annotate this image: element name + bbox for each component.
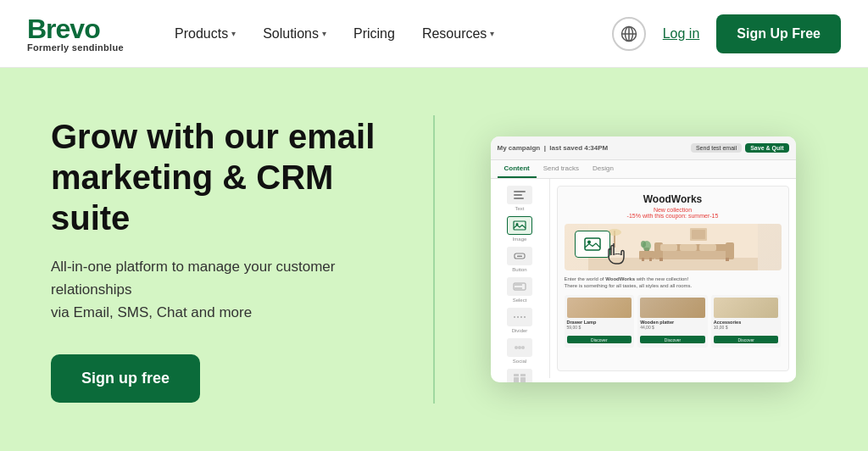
nav-pricing[interactable]: Pricing <box>342 19 407 48</box>
mockup-save-quit-btn[interactable]: Save & Quit <box>745 143 788 153</box>
button-icon-box <box>507 247 532 265</box>
button-icon-label: Button <box>512 267 526 272</box>
svg-rect-5 <box>514 194 522 196</box>
email-tagline: New collection -15% with this coupon: su… <box>565 207 782 219</box>
globe-icon <box>620 25 637 42</box>
tab-design[interactable]: Design <box>586 160 620 178</box>
svg-point-17 <box>521 346 525 349</box>
tab-content[interactable]: Content <box>498 160 537 178</box>
svg-rect-10 <box>517 256 522 258</box>
signup-button[interactable]: Sign Up Free <box>716 14 841 53</box>
svg-rect-34 <box>642 258 644 261</box>
email-brand-name: WoodWorks <box>565 193 782 205</box>
mockup-topbar-actions: Send test email Save & Quit <box>691 143 789 153</box>
divider-icon-label: Divider <box>512 328 528 333</box>
svg-rect-13 <box>515 287 522 289</box>
nav-solutions[interactable]: Solutions ▾ <box>251 19 338 48</box>
product-grid: Drawer Lamp 59,00 $ Discover Wooden plat… <box>565 295 782 348</box>
svg-point-16 <box>518 346 521 349</box>
email-hero-image <box>565 224 782 270</box>
sidebar-item-image[interactable]: Image <box>494 216 546 242</box>
chevron-down-icon: ▾ <box>231 29 236 38</box>
svg-rect-42 <box>692 230 705 239</box>
hero-divider <box>433 115 435 404</box>
svg-rect-18 <box>514 377 519 382</box>
product-price-3: 10,00 $ <box>714 325 779 330</box>
product-btn-1[interactable]: Discover <box>567 336 632 343</box>
mockup-send-test-btn[interactable]: Send test email <box>691 143 742 153</box>
svg-rect-12 <box>515 284 522 286</box>
hero-section: Grow with our emailmarketing & CRM suite… <box>0 68 868 451</box>
chevron-down-icon: ▾ <box>490 29 494 38</box>
login-link[interactable]: Log in <box>659 19 704 48</box>
product-card-2: Wooden platter 44,00 $ Discover <box>637 295 708 348</box>
sidebar-item-button[interactable]: Button <box>494 247 546 272</box>
mockup-body: Text Image Button <box>491 179 796 378</box>
chevron-down-icon: ▾ <box>322 29 326 38</box>
product-image-3 <box>714 298 779 318</box>
image-icon-box <box>507 216 532 235</box>
hand-cursor-icon <box>607 243 626 265</box>
text-icon-label: Text <box>515 206 524 211</box>
product-btn-3[interactable]: Discover <box>714 336 779 343</box>
logo-area[interactable]: Brevo Formerly sendinblue <box>27 15 129 53</box>
svg-rect-19 <box>520 377 526 382</box>
email-preview: WoodWorks New collection -15% with this … <box>557 186 789 371</box>
hero-title: Grow with our emailmarketing & CRM suite <box>51 116 399 238</box>
product-icon-box <box>507 369 532 382</box>
product-card-3: Accessories 10,00 $ Discover <box>711 295 782 348</box>
sidebar-item-divider[interactable]: Divider <box>494 308 546 333</box>
product-image-2 <box>640 298 705 318</box>
sidebar-item-product[interactable]: Product <box>494 369 546 382</box>
tab-send-tracks[interactable]: Send tracks <box>537 160 586 178</box>
mockup-topbar: My campaign | last saved 4:34PM Send tes… <box>491 136 796 160</box>
sidebar-item-text[interactable]: Text <box>494 186 546 211</box>
brand-formerly: Formerly sendinblue <box>27 42 129 53</box>
nav-resources[interactable]: Resources ▾ <box>410 19 506 48</box>
email-body-text: Enter the world of WoodWorks with the ne… <box>565 276 782 290</box>
select-icon-box <box>507 277 532 296</box>
svg-rect-32 <box>726 258 729 261</box>
text-icon-box <box>507 186 532 204</box>
product-card-1: Drawer Lamp 59,00 $ Discover <box>565 295 635 348</box>
image-drag-placeholder <box>575 231 610 258</box>
hero-left: Grow with our emailmarketing & CRM suite… <box>51 116 433 404</box>
svg-point-38 <box>641 241 646 248</box>
product-mockup: My campaign | last saved 4:34PM Send tes… <box>491 136 796 382</box>
sidebar-item-select[interactable]: Select <box>494 277 546 303</box>
product-price-2: 44,00 $ <box>640 325 705 330</box>
product-price-1: 59,00 $ <box>567 325 632 330</box>
navbar: Brevo Formerly sendinblue Products ▾ Sol… <box>0 0 868 68</box>
product-btn-2[interactable]: Discover <box>640 336 705 343</box>
mockup-tabs: Content Send tracks Design <box>491 160 796 179</box>
hero-description: All-in-one platform to manage your custo… <box>51 255 399 325</box>
nav-right: Log in Sign Up Free <box>612 14 841 53</box>
image-icon-label: Image <box>513 237 527 242</box>
svg-point-15 <box>515 346 518 349</box>
nav-products[interactable]: Products ▾ <box>163 19 248 48</box>
svg-rect-43 <box>585 238 600 250</box>
svg-rect-33 <box>639 251 654 259</box>
svg-rect-7 <box>514 221 526 230</box>
hero-cta-button[interactable]: Sign up free <box>51 354 200 403</box>
select-icon-label: Select <box>513 298 527 303</box>
svg-rect-29 <box>680 244 697 251</box>
svg-rect-4 <box>514 191 526 192</box>
mockup-campaign-name: My campaign | last saved 4:34PM <box>498 144 684 152</box>
svg-rect-31 <box>659 258 663 261</box>
svg-rect-30 <box>699 244 716 251</box>
social-icon-box <box>507 338 532 357</box>
product-image-1 <box>567 298 632 318</box>
svg-rect-35 <box>649 258 652 261</box>
hero-right: My campaign | last saved 4:34PM Send tes… <box>469 136 817 382</box>
svg-rect-21 <box>520 374 526 376</box>
svg-rect-28 <box>660 244 677 251</box>
image-placeholder-icon <box>584 237 601 251</box>
mockup-sidebar: Text Image Button <box>491 179 550 378</box>
social-icon-label: Social <box>513 359 526 364</box>
sidebar-item-social[interactable]: Social <box>494 338 546 364</box>
language-selector-button[interactable] <box>612 17 646 51</box>
nav-links: Products ▾ Solutions ▾ Pricing Resources… <box>163 19 612 48</box>
svg-rect-6 <box>514 198 524 199</box>
svg-rect-20 <box>514 374 519 376</box>
